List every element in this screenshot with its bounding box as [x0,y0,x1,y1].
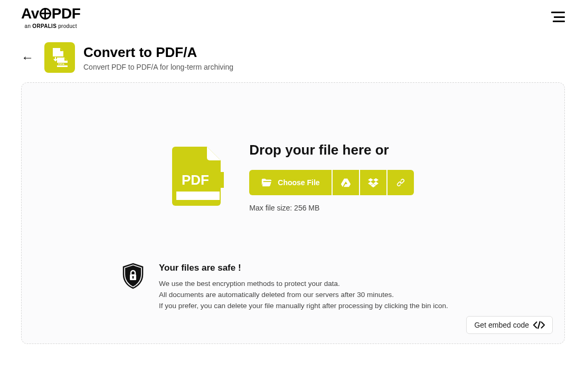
globe-icon [40,8,51,20]
url-button[interactable] [387,170,414,195]
dropzone-heading: Drop your file here or [249,142,413,158]
brand-name-suffix: PDF [52,5,81,22]
svg-rect-8 [133,277,134,279]
back-arrow-icon[interactable]: ← [21,51,36,64]
folder-open-icon [261,177,272,188]
page-subtitle: Convert PDF to PDF/A for long-term archi… [83,63,233,71]
safety-line-1: We use the best encryption methods to pr… [159,279,448,290]
menu-icon[interactable] [551,12,565,22]
safety-line-3: If you prefer, you can delete your file … [159,301,448,312]
choose-file-button[interactable]: Choose File [249,170,331,195]
code-icon [533,321,545,329]
brand-subline: an ORPALIS product [25,23,77,29]
choose-file-label: Choose File [278,178,319,187]
max-file-size: Max file size: 256 MB [249,204,413,212]
brand-name-prefix: Av [21,5,39,22]
embed-label: Get embed code [474,321,529,329]
get-embed-code-button[interactable]: Get embed code [466,316,553,334]
shield-lock-icon [122,263,144,291]
brand-logo[interactable]: Av PDF an ORPALIS product [21,5,80,29]
google-drive-icon [341,177,351,188]
dropbox-icon [368,177,379,188]
link-icon [395,177,406,188]
tool-icon: PDF/A [44,42,75,73]
svg-text:PDF/A: PDF/A [58,63,64,65]
svg-rect-5 [176,192,220,200]
pdf-file-icon: PDF [172,147,224,208]
dropbox-button[interactable] [360,170,386,195]
safety-line-2: All documents are automatically deleted … [159,290,448,301]
dropzone[interactable]: PDF Drop your file here or Choose File [21,82,565,344]
safety-title: Your files are safe ! [159,263,448,273]
page-title: Convert to PDF/A [83,44,233,61]
google-drive-button[interactable] [333,170,359,195]
svg-text:PDF: PDF [182,172,209,188]
